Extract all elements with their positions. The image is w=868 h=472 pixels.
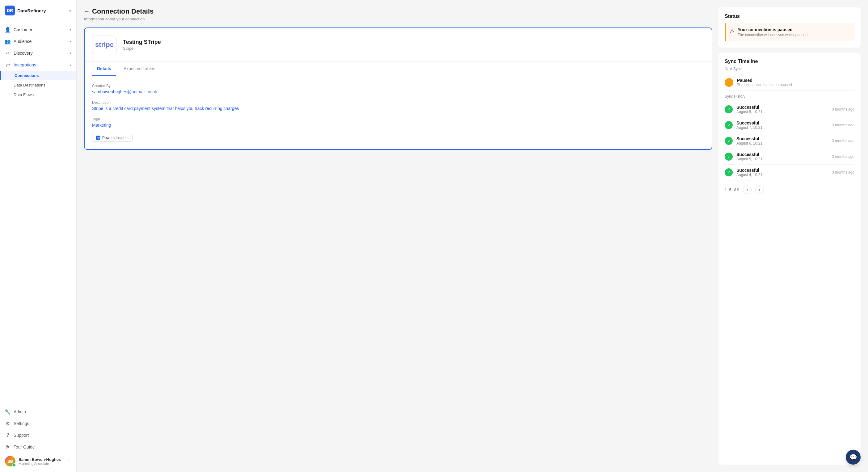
sync-ago: 3 months ago <box>832 107 855 112</box>
description-value: Stripe is a credit card payment system t… <box>92 106 704 111</box>
app-logo-icon: DR <box>5 6 15 15</box>
sync-date: August 4, 10:21 <box>736 173 828 177</box>
tab-details[interactable]: Details <box>92 62 116 76</box>
created-by-value: sambowenhughes@hotmail.co.uk <box>92 89 704 94</box>
user-role: Marketing Associate <box>19 462 61 466</box>
paused-label: Paused <box>737 78 792 83</box>
sidebar-sub-item-data-flows[interactable]: Data Flows <box>0 90 76 99</box>
next-sync-row: ! Paused The connection has been paused <box>725 75 855 91</box>
sidebar-item-audience[interactable]: 👥 Audience ▾ <box>0 35 76 47</box>
type-field: Type Marketing <box>92 117 704 128</box>
stripe-logo-text: stripe <box>95 41 114 49</box>
badge-label: Powers Insights <box>102 136 128 140</box>
pagination-prev-button[interactable]: ‹ <box>743 185 751 194</box>
avatar-status-badge <box>12 463 16 467</box>
sync-status-label: Successful <box>736 152 828 157</box>
chevron-up-icon: ▴ <box>69 63 71 67</box>
left-panel: ← Connection Details Information about y… <box>84 7 712 465</box>
pagination: 1–5 of 9 ‹ › <box>725 185 855 194</box>
sync-status-label: Successful <box>736 168 828 173</box>
code-icon: ‹› <box>5 50 10 56</box>
sidebar-item-support[interactable]: ? Support <box>0 429 76 441</box>
description-label: Description <box>92 100 704 105</box>
sidebar-item-discovery[interactable]: ‹› Discovery ▾ <box>0 47 76 59</box>
paused-status-icon: ! <box>725 78 733 87</box>
back-nav[interactable]: ← Connection Details <box>84 7 712 15</box>
sidebar-sub-item-data-destinations[interactable]: Data Destinations <box>0 80 76 90</box>
wrench-icon: 🔧 <box>5 409 10 414</box>
sidebar-item-customer[interactable]: 👤 Customer ▾ <box>0 24 76 35</box>
sync-history-list: ✓ Successful August 8, 10:21 3 months ag… <box>725 102 855 180</box>
chevron-down-icon: ▾ <box>69 28 71 32</box>
pagination-text: 1–5 of 9 <box>725 188 739 192</box>
pagination-next-button[interactable]: › <box>755 185 764 194</box>
status-card: Status ⚠ Your connection is paused The c… <box>718 7 861 48</box>
connection-type: Stripe <box>123 46 161 51</box>
sync-entry-info: Successful August 4, 10:21 <box>736 168 828 177</box>
user-name: Samm Bowen-Hughes <box>19 457 61 462</box>
sync-ago: 3 months ago <box>832 154 855 159</box>
badge-icon: DR <box>96 136 100 140</box>
tab-expected-tables[interactable]: Expected Tables <box>119 62 160 76</box>
content-area: ← Connection Details Information about y… <box>76 0 868 472</box>
nav-section: 👤 Customer ▾ 👥 Audience ▾ ‹› Discovery ▾… <box>0 21 76 403</box>
type-value: Marketing <box>92 123 704 128</box>
sync-status-label: Successful <box>736 105 828 109</box>
sidebar-item-admin[interactable]: 🔧 Admin <box>0 406 76 418</box>
success-icon: ✓ <box>725 153 733 161</box>
sync-date: August 8, 10:21 <box>736 109 828 114</box>
sync-history-item: ✓ Successful August 4, 10:21 3 months ag… <box>725 165 855 180</box>
swap-icon: ⇄ <box>5 62 10 68</box>
chevron-down-icon: ▾ <box>69 51 71 55</box>
sidebar-item-integrations[interactable]: ⇄ Integrations ▴ <box>0 59 76 71</box>
timeline-card: Sync Timeline Next Sync ! Paused The con… <box>718 53 861 465</box>
next-sync-label: Next Sync <box>725 67 855 71</box>
sync-history-item: ✓ Successful August 7, 10:21 3 months ag… <box>725 117 855 133</box>
sync-date: August 5, 10:21 <box>736 157 828 161</box>
sync-status-label: Successful <box>736 136 828 141</box>
connection-name: Testing STripe <box>123 39 161 45</box>
success-icon: ✓ <box>725 168 733 177</box>
page-subtitle: Information about your connection <box>84 17 712 21</box>
chat-button[interactable]: 💬 <box>846 450 861 465</box>
sidebar-logo: DR DataRefinery « <box>0 0 76 21</box>
main-content: ← Connection Details Information about y… <box>76 0 868 472</box>
paused-sub: The connection has been paused <box>737 83 792 87</box>
person-icon: 👤 <box>5 27 10 32</box>
timeline-title: Sync Timeline <box>725 59 855 64</box>
status-title: Status <box>725 13 855 19</box>
paused-banner: ⚠ Your connection is paused The connecti… <box>725 23 855 41</box>
sync-status-label: Successful <box>736 121 828 125</box>
sync-entry-info: Successful August 6, 10:21 <box>736 136 828 146</box>
sync-history-item: ✓ Successful August 5, 10:21 3 months ag… <box>725 149 855 165</box>
back-arrow-icon[interactable]: ← <box>84 8 90 15</box>
page-header: ← Connection Details Information about y… <box>84 7 712 21</box>
tabs: Details Expected Tables <box>85 62 712 76</box>
sync-entry-info: Successful August 7, 10:21 <box>736 121 828 130</box>
app-name: DataRefinery <box>17 8 46 13</box>
user-profile[interactable]: SB Samm Bowen-Hughes Marketing Associate… <box>0 453 76 470</box>
question-icon: ? <box>5 433 10 438</box>
sync-history-item: ✓ Successful August 6, 10:21 3 months ag… <box>725 133 855 149</box>
group-icon: 👥 <box>5 39 10 44</box>
sync-date: August 7, 10:21 <box>736 125 828 130</box>
banner-heading: Your connection is paused <box>738 27 845 32</box>
collapse-button[interactable]: « <box>69 8 71 13</box>
success-icon: ✓ <box>725 137 733 145</box>
sync-date: August 6, 10:21 <box>736 141 828 146</box>
banner-menu-button[interactable]: ⋮ <box>845 27 851 34</box>
connection-body: Created By sambowenhughes@hotmail.co.uk … <box>85 76 712 149</box>
description-field: Description Stripe is a credit card paym… <box>92 100 704 111</box>
sync-ago: 3 months ago <box>832 139 855 143</box>
stripe-logo-box: stripe <box>92 35 117 54</box>
chevron-down-icon: ▾ <box>69 39 71 43</box>
powers-insights-badge[interactable]: DR Powers Insights <box>92 134 132 142</box>
sidebar-sub-item-connections[interactable]: Connections <box>0 71 76 80</box>
sidebar-item-settings[interactable]: ⚙ Settings <box>0 418 76 429</box>
sidebar-item-tour-guide[interactable]: ⚑ Tour Guide <box>0 441 76 453</box>
user-more-button[interactable]: ⋮ <box>66 459 71 464</box>
banner-subtitle: The connection will not sync whilst paus… <box>738 33 845 37</box>
success-icon: ✓ <box>725 105 733 113</box>
avatar: SB <box>5 456 16 466</box>
created-by-field: Created By sambowenhughes@hotmail.co.uk <box>92 84 704 94</box>
